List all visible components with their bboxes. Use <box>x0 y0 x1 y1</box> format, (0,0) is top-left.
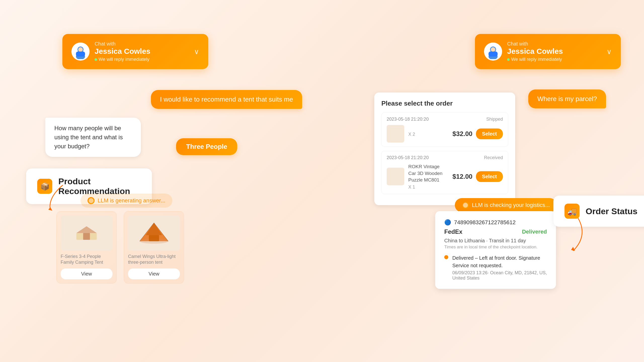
product-card-1-image <box>61 215 112 251</box>
order-status-title: Order Status <box>586 206 637 216</box>
route-note: Times are in local time of the checkpoin… <box>444 245 547 250</box>
order-1-date: 2023-05-18 21:20:20 <box>387 117 429 122</box>
avatar-right <box>484 42 502 61</box>
chevron-down-icon-right[interactable]: ∨ <box>607 48 612 56</box>
svg-marker-8 <box>146 223 162 235</box>
product-card-1-name: F-Series 3-4 People Family Camping Tent <box>61 254 112 265</box>
order-2-image <box>387 168 404 185</box>
order-2-name: ROKR Vintage Car 3D Wooden Puzzle MC801 <box>408 163 449 184</box>
svg-rect-17 <box>489 52 498 57</box>
order-2-price: $12.00 <box>453 173 473 180</box>
svg-marker-5 <box>76 226 97 233</box>
llm-spinner-icon <box>88 197 95 204</box>
delivery-status-badge: Delivered <box>522 229 547 235</box>
chevron-down-icon-left[interactable]: ∨ <box>194 48 199 56</box>
order-status-icon: 🚚 <box>565 204 580 219</box>
product-card-1-view-button[interactable]: View <box>61 268 112 279</box>
tracking-icon: 🔵 <box>444 219 451 226</box>
agent-name-left: Jessica Cowles <box>95 47 150 56</box>
product-card-1: F-Series 3-4 People Family Camping Tent … <box>56 211 117 284</box>
llm-generating-badge: LLM is generating answer... <box>80 194 172 208</box>
product-cards-row: F-Series 3-4 People Family Camping Tent … <box>56 211 184 284</box>
product-card-2-image <box>128 215 180 251</box>
bot-message-bubble-left: How many people will be using the tent a… <box>45 118 141 157</box>
delivery-event: Delivered – Left at front door. Signatur… <box>444 254 547 281</box>
chat-header-right: Chat with Jessica Cowles We will reply i… <box>475 34 621 69</box>
order-status-card: 🚚 Order Status <box>553 196 644 227</box>
svg-point-16 <box>491 47 495 52</box>
svg-marker-18 <box>571 247 575 251</box>
chat-with-label-left: Chat with <box>95 41 150 47</box>
svg-rect-10 <box>149 235 159 241</box>
carrier-name: FedEx <box>444 228 462 235</box>
tracking-number: 74890983267122785612 <box>454 219 516 226</box>
three-people-button[interactable]: Three People <box>176 138 237 155</box>
order-2-qty: X 1 <box>408 185 449 190</box>
product-rec-title: Product Recommendation <box>58 176 141 196</box>
order-2-date: 2023-05-18 21:20:20 <box>387 155 429 160</box>
tracking-card: 🔵 74890983267122785612 FedEx Delivered C… <box>435 211 556 289</box>
product-card-2-name: Camel Wings Ultra-light three-person ten… <box>128 254 180 265</box>
user-message-bubble-left: I would like to recommend a tent that su… <box>151 90 302 109</box>
llm-checking-badge: LLM is checking your logistics... <box>455 198 557 212</box>
chat-header-left: Chat with Jessica Cowles We will reply i… <box>62 34 208 69</box>
order-1-price: $32.00 <box>453 130 473 138</box>
order-1-status: Shipped <box>486 117 503 122</box>
order-2-status: Received <box>484 155 503 160</box>
delivery-dot-icon <box>444 255 448 259</box>
order-1-image <box>387 125 404 143</box>
route-text: China to Lithuania · Transit in 11 day <box>444 238 547 244</box>
truck-icon: 🚚 <box>568 207 577 216</box>
product-rec-icon: 📦 <box>37 179 52 194</box>
order-item-1: 2023-05-18 21:20:20 Shipped X 2 $32.00 S… <box>381 112 508 147</box>
parcel-user-bubble: Where is my parcel? <box>528 89 606 108</box>
chat-with-label-right: Chat with <box>507 41 563 47</box>
chat-header-container-right: Chat with Jessica Cowles We will reply i… <box>475 34 621 69</box>
status-dot-right <box>507 58 510 61</box>
llm-spinner-icon-right <box>462 202 469 209</box>
status-left: We will reply immediately <box>95 57 150 62</box>
order-select-card: Please select the order 2023-05-18 21:20… <box>374 93 515 205</box>
order-item-2: 2023-05-18 21:20:20 Received ROKR Vintag… <box>381 151 508 194</box>
product-card-2-view-button[interactable]: View <box>128 268 180 279</box>
order-select-title: Please select the order <box>381 100 508 107</box>
svg-rect-3 <box>76 52 85 57</box>
chat-header-container-left: Chat with Jessica Cowles We will reply i… <box>62 34 208 69</box>
order-1-qty: X 2 <box>408 132 449 137</box>
status-dot-left <box>95 58 97 61</box>
avatar-left <box>71 42 90 61</box>
delivery-event-time: 06/09/2023 13:26· Ocean City, MD, 21842,… <box>452 270 547 281</box>
order-1-select-button[interactable]: Select <box>476 128 503 139</box>
svg-rect-6 <box>83 233 90 240</box>
delivery-event-text: Delivered – Left at front door. Signatur… <box>452 254 547 269</box>
status-right: We will reply immediately <box>507 57 563 62</box>
package-icon: 📦 <box>40 182 50 191</box>
agent-name-right: Jessica Cowles <box>507 47 563 56</box>
svg-point-2 <box>78 47 83 52</box>
carrier-row: FedEx Delivered <box>444 228 547 235</box>
order-2-select-button[interactable]: Select <box>476 171 503 182</box>
tracking-number-row: 🔵 74890983267122785612 <box>444 219 547 226</box>
svg-marker-13 <box>48 207 52 211</box>
product-card-2: Camel Wings Ultra-light three-person ten… <box>124 211 184 284</box>
